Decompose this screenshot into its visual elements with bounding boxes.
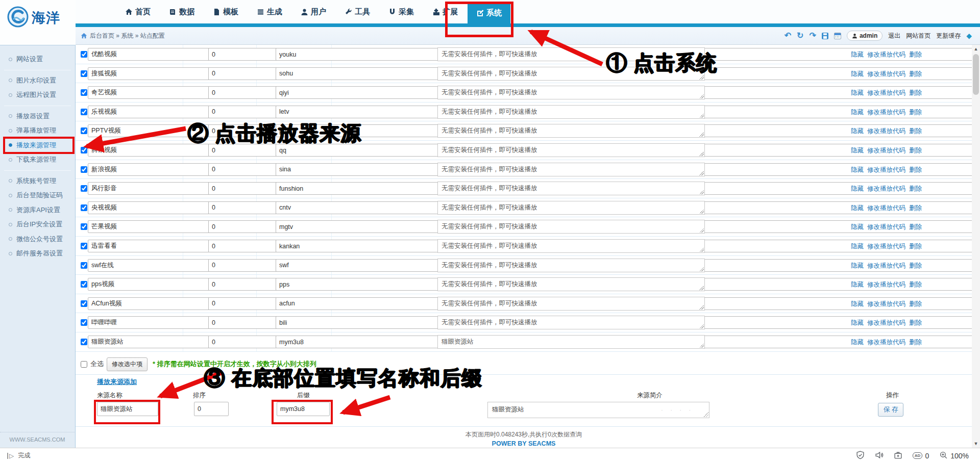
hide-link[interactable]: 隐藏 bbox=[851, 204, 864, 213]
modify-play-code-link[interactable]: 修改播放代码 bbox=[867, 108, 905, 117]
scrollbar-thumb[interactable] bbox=[973, 54, 979, 95]
row-intro-textarea[interactable]: 无需安装任何插件，即可快速播放 bbox=[437, 259, 705, 272]
hide-link[interactable]: 隐藏 bbox=[851, 280, 864, 289]
row-intro-textarea[interactable]: 无需安装任何插件，即可快速播放 bbox=[437, 86, 705, 99]
row-checkbox[interactable] bbox=[81, 339, 87, 345]
sidebar-item-wechat[interactable]: 微信公众号设置 bbox=[0, 232, 75, 247]
delete-link[interactable]: 删除 bbox=[909, 89, 922, 97]
delete-link[interactable]: 删除 bbox=[909, 127, 922, 136]
row-intro-textarea[interactable]: 无需安装任何插件，即可快速播放 bbox=[437, 182, 705, 195]
sidebar-item-accounts[interactable]: 系统账号管理 bbox=[0, 174, 75, 189]
row-checkbox[interactable] bbox=[81, 127, 87, 134]
nav-item-extend[interactable]: 扩展 bbox=[424, 0, 467, 23]
row-intro-textarea[interactable]: 无需安装任何插件，即可快速播放 bbox=[437, 220, 705, 234]
row-intro-textarea[interactable]: 猫眼资源站 bbox=[437, 335, 705, 349]
page-scrollbar[interactable]: ▲ ▼ bbox=[972, 45, 980, 448]
modify-play-code-link[interactable]: 修改播放代码 bbox=[867, 185, 905, 193]
sidebar-item-ip-security[interactable]: 后台IP安全设置 bbox=[0, 217, 75, 232]
hide-link[interactable]: 隐藏 bbox=[851, 89, 864, 97]
collapse-icon[interactable]: ◆ bbox=[966, 32, 972, 40]
hide-link[interactable]: 隐藏 bbox=[851, 185, 864, 193]
row-checkbox[interactable] bbox=[81, 147, 87, 153]
modify-play-code-link[interactable]: 修改播放代码 bbox=[867, 338, 905, 347]
select-all-checkbox[interactable] bbox=[81, 361, 87, 368]
sidebar-item-api[interactable]: 资源库API设置 bbox=[0, 203, 75, 218]
refresh-cache-link[interactable]: 更新缓存 bbox=[936, 32, 961, 40]
modify-play-code-link[interactable]: 修改播放代码 bbox=[867, 300, 905, 308]
nav-item-system[interactable]: 系统 bbox=[468, 2, 510, 23]
hide-link[interactable]: 隐藏 bbox=[851, 223, 864, 232]
nav-item-data[interactable]: 数据 bbox=[160, 0, 203, 23]
row-checkbox[interactable] bbox=[81, 300, 87, 307]
sidebar-item-mail[interactable]: 邮件服务器设置 bbox=[0, 246, 75, 261]
modify-play-code-link[interactable]: 修改播放代码 bbox=[867, 50, 905, 59]
modify-play-code-link[interactable]: 修改播放代码 bbox=[867, 262, 905, 270]
delete-link[interactable]: 删除 bbox=[909, 70, 922, 79]
sidebar-item-captcha[interactable]: 后台登陆验证码 bbox=[0, 188, 75, 203]
row-intro-textarea[interactable]: 无需安装任何插件，即可快速播放 bbox=[437, 163, 705, 176]
row-checkbox[interactable] bbox=[81, 70, 87, 77]
delete-link[interactable]: 删除 bbox=[909, 319, 922, 327]
delete-link[interactable]: 删除 bbox=[909, 166, 922, 174]
delete-link[interactable]: 删除 bbox=[909, 204, 922, 213]
delete-link[interactable]: 删除 bbox=[909, 185, 922, 193]
hide-link[interactable]: 隐藏 bbox=[851, 262, 864, 270]
hide-link[interactable]: 隐藏 bbox=[851, 319, 864, 327]
modify-play-code-link[interactable]: 修改播放代码 bbox=[867, 146, 905, 155]
row-checkbox[interactable] bbox=[81, 185, 87, 192]
sidebar-item-player-settings[interactable]: 播放器设置 bbox=[0, 109, 75, 124]
save-button[interactable]: 保 存 bbox=[878, 403, 903, 417]
undo-icon[interactable]: ↶ bbox=[785, 32, 791, 40]
delete-link[interactable]: 删除 bbox=[909, 108, 922, 117]
sidebar-item-site-settings[interactable]: 网站设置 bbox=[0, 52, 75, 67]
hide-link[interactable]: 隐藏 bbox=[851, 166, 864, 174]
nav-item-generate[interactable]: 生成 bbox=[248, 0, 291, 23]
calendar-icon[interactable] bbox=[834, 33, 841, 39]
sidebar-item-download-source[interactable]: 下载来源管理 bbox=[0, 152, 75, 167]
add-suffix-input[interactable] bbox=[277, 402, 330, 416]
ad-block-icon[interactable]: AD bbox=[913, 452, 923, 459]
modify-selected-button[interactable]: 修改选中项 bbox=[107, 357, 148, 371]
row-checkbox[interactable] bbox=[81, 262, 87, 269]
row-checkbox[interactable] bbox=[81, 166, 87, 173]
row-checkbox[interactable] bbox=[81, 281, 87, 288]
hide-link[interactable]: 隐藏 bbox=[851, 108, 864, 117]
modify-play-code-link[interactable]: 修改播放代码 bbox=[867, 242, 905, 251]
row-intro-textarea[interactable]: 无需安装任何插件，即可快速播放 bbox=[437, 277, 705, 291]
nav-item-user[interactable]: 用户 bbox=[292, 0, 335, 23]
delete-link[interactable]: 删除 bbox=[909, 223, 922, 232]
zoom-icon[interactable] bbox=[939, 451, 948, 461]
refresh-icon[interactable]: ↻ bbox=[797, 32, 803, 40]
row-intro-textarea[interactable]: 无需安装任何插件，即可快速播放 bbox=[437, 124, 705, 138]
add-source-title[interactable]: 播放来源添加 bbox=[97, 377, 137, 387]
nav-item-tools[interactable]: 工具 bbox=[336, 0, 379, 23]
nav-item-template[interactable]: 模板 bbox=[204, 0, 247, 23]
add-intro-textarea[interactable]: 猫眼资源站· · · · bbox=[487, 402, 709, 418]
row-checkbox[interactable] bbox=[81, 89, 87, 96]
hide-link[interactable]: 隐藏 bbox=[851, 338, 864, 347]
hide-link[interactable]: 隐藏 bbox=[851, 70, 864, 79]
delete-link[interactable]: 删除 bbox=[909, 146, 922, 155]
modify-play-code-link[interactable]: 修改播放代码 bbox=[867, 204, 905, 213]
delete-link[interactable]: 删除 bbox=[909, 242, 922, 251]
admin-badge[interactable]: admin bbox=[847, 31, 883, 41]
delete-link[interactable]: 删除 bbox=[909, 300, 922, 308]
row-intro-textarea[interactable]: 无需安装任何插件，即可快速播放 bbox=[437, 67, 705, 81]
hide-link[interactable]: 隐藏 bbox=[851, 300, 864, 308]
sidebar-item-watermark[interactable]: 图片水印设置 bbox=[0, 73, 75, 88]
medkit-icon[interactable] bbox=[894, 451, 902, 461]
row-checkbox[interactable] bbox=[81, 109, 87, 115]
nav-item-collect[interactable]: 采集 bbox=[380, 0, 423, 23]
row-intro-textarea[interactable]: 无需安装任何插件，即可快速播放 bbox=[437, 47, 705, 61]
add-order-input[interactable] bbox=[194, 402, 229, 416]
modify-play-code-link[interactable]: 修改播放代码 bbox=[867, 70, 905, 79]
add-source-name-input[interactable] bbox=[97, 402, 158, 416]
modify-play-code-link[interactable]: 修改播放代码 bbox=[867, 127, 905, 136]
row-intro-textarea[interactable]: 无需安装任何插件，即可快速播放 bbox=[437, 143, 705, 157]
site-home-link[interactable]: 网站首页 bbox=[906, 32, 930, 40]
row-checkbox[interactable] bbox=[81, 223, 87, 230]
hide-link[interactable]: 隐藏 bbox=[851, 50, 864, 59]
row-checkbox[interactable] bbox=[81, 319, 87, 326]
modify-play-code-link[interactable]: 修改播放代码 bbox=[867, 280, 905, 289]
row-intro-textarea[interactable]: 无需安装任何插件，即可快速播放 bbox=[437, 316, 705, 329]
